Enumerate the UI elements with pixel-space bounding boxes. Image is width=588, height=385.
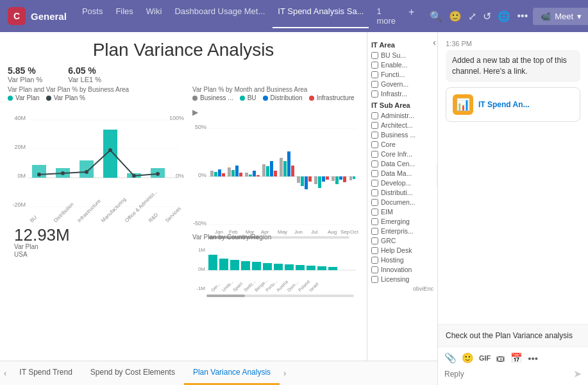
filter-develop[interactable]: Develop... [371, 179, 433, 187]
svg-text:-1M: -1M [196, 286, 205, 291]
svg-rect-61 [308, 176, 312, 182]
svg-text:Var Plan: Var Plan [14, 243, 38, 250]
nav-link-files[interactable]: Files [110, 4, 138, 28]
svg-rect-64 [322, 176, 325, 182]
svg-text:Infrastructure: Infrastructure [76, 198, 102, 223]
filter-infrastr[interactable]: Infrastr... [371, 90, 433, 98]
chat-card[interactable]: 📊 IT Spend An... [446, 87, 580, 122]
chat-suggestion: Check out the Plan Variance analysis [438, 324, 588, 346]
it-area-title: IT Area [371, 41, 433, 49]
filter-distributi[interactable]: Distributi... [371, 189, 433, 196]
svg-rect-67 [335, 176, 339, 184]
svg-rect-95 [285, 264, 294, 270]
svg-text:-20M: -20M [12, 201, 26, 208]
svg-rect-40 [218, 169, 221, 176]
tab-plan-variance[interactable]: Plan Variance Analysis [184, 361, 280, 385]
svg-rect-48 [253, 171, 256, 176]
svg-rect-12 [80, 160, 94, 178]
more-icon[interactable]: ••• [517, 10, 528, 22]
filter-grc[interactable]: GRC [371, 237, 433, 244]
svg-rect-50 [262, 164, 265, 176]
filter-administr[interactable]: Administr... [371, 112, 433, 119]
report-title: Plan Variance Analysis [8, 40, 359, 60]
chat-input[interactable] [444, 370, 569, 379]
nav-link-dashboard[interactable]: Dashboard Usage Met... [169, 4, 270, 28]
report-filters: ‹ Filters IT Area BU Su... Enable... Fun… [367, 32, 437, 361]
filter-infrastr-checkbox[interactable] [371, 90, 378, 98]
search-icon[interactable]: 🔍 [430, 10, 442, 22]
tab-prev[interactable]: ‹ [0, 361, 10, 385]
filter-help-desk[interactable]: Help Desk [371, 246, 433, 254]
legend-business: Business ... [192, 94, 233, 101]
monthly-legend: Business ... BU Distribution [192, 94, 359, 117]
filter-enable-checkbox[interactable] [371, 62, 378, 69]
meet-chevron: ▾ [577, 12, 582, 21]
tab-it-spend-trend[interactable]: IT Spend Trend [10, 361, 81, 385]
filter-bu-su[interactable]: BU Su... [371, 51, 433, 59]
emoji-toolbar-icon[interactable]: 🙂 [462, 352, 474, 364]
filter-enable[interactable]: Enable... [371, 61, 433, 69]
filter-innovation[interactable]: Innovation [371, 266, 433, 273]
sticker-icon[interactable]: 🎟 [496, 353, 505, 364]
chat-panel: 1:36 PM Added a new tab at the top of th… [438, 32, 588, 385]
filter-licensing[interactable]: Licensing [371, 275, 433, 283]
metric-var-plan-value: 5.85 % [8, 65, 42, 76]
svg-text:Sep: Sep [340, 229, 350, 235]
svg-rect-57 [291, 166, 294, 176]
expand-icon[interactable]: ⤢ [468, 10, 476, 22]
filter-core-infr[interactable]: Core Infr... [371, 150, 433, 158]
svg-rect-89 [219, 259, 228, 270]
filter-enterpris[interactable]: Enterpris... [371, 227, 433, 235]
svg-rect-51 [266, 166, 269, 176]
svg-rect-62 [314, 176, 317, 184]
svg-rect-92 [252, 262, 261, 270]
svg-rect-65 [326, 176, 329, 180]
legend-var-plan: Var Plan [8, 94, 40, 101]
schedule-icon[interactable]: 📅 [510, 352, 523, 364]
svg-rect-96 [296, 265, 305, 270]
nav-more[interactable]: 1 more [371, 4, 401, 28]
tab-next[interactable]: › [280, 361, 290, 385]
filter-functi[interactable]: Functi... [371, 71, 433, 78]
send-icon[interactable]: ➤ [573, 368, 582, 380]
attach-icon[interactable]: 📎 [444, 352, 457, 364]
meet-button[interactable]: 📹 Meet ▾ [533, 8, 588, 25]
filter-bu-su-checkbox[interactable] [371, 52, 378, 59]
filter-documen[interactable]: Documen... [371, 198, 433, 206]
monthly-svg: 50% 0% -50% [192, 119, 359, 238]
svg-text:0M: 0M [17, 173, 26, 179]
svg-rect-94 [274, 264, 283, 270]
filter-eim[interactable]: EIM [371, 208, 433, 216]
var-plan-legend: Var Plan Var Plan % [8, 94, 187, 101]
filter-architect[interactable]: Architect... [371, 121, 433, 129]
filter-emerging[interactable]: Emerging [371, 218, 433, 225]
filter-data-ma[interactable]: Data Ma... [371, 169, 433, 177]
gif-icon[interactable]: GIF [479, 354, 491, 362]
filter-core[interactable]: Core [371, 141, 433, 148]
emoji-icon[interactable]: 🙂 [449, 10, 462, 22]
nav-link-posts[interactable]: Posts [77, 4, 108, 28]
nav-link-wiki[interactable]: Wiki [141, 4, 167, 28]
filter-data-cen[interactable]: Data Cen... [371, 160, 433, 167]
more-toolbar-icon[interactable]: ••• [528, 353, 538, 364]
legend-bu: BU [240, 94, 256, 101]
globe-icon[interactable]: 🌐 [498, 10, 510, 22]
chat-toolbar: 📎 🙂 GIF 🎟 📅 ••• [444, 352, 582, 364]
filter-business[interactable]: Business ... [371, 131, 433, 139]
svg-rect-69 [343, 176, 346, 182]
filter-hosting[interactable]: Hosting [371, 256, 433, 264]
nav-add-tab[interactable]: + [403, 4, 419, 28]
tab-spend-by-cost[interactable]: Spend by Cost Elements [81, 361, 184, 385]
filter-functi-checkbox[interactable] [371, 71, 378, 78]
nav-tab-active[interactable]: IT Spend Analysis Sa... [273, 4, 369, 28]
refresh-icon[interactable]: ↺ [483, 10, 491, 22]
filter-govern-checkbox[interactable] [371, 81, 378, 88]
filters-tab[interactable]: Filters [437, 164, 437, 186]
legend-distribution: Distribution [263, 94, 303, 101]
legend-more-icon[interactable]: ▶ [192, 108, 198, 117]
filter-govern[interactable]: Govern... [371, 80, 433, 88]
chat-input-area: 📎 🙂 GIF 🎟 📅 ••• ➤ [438, 346, 588, 385]
svg-rect-43 [231, 170, 235, 176]
svg-text:Distribution: Distribution [53, 201, 75, 224]
collapse-filters-btn[interactable]: ‹ [433, 37, 436, 47]
